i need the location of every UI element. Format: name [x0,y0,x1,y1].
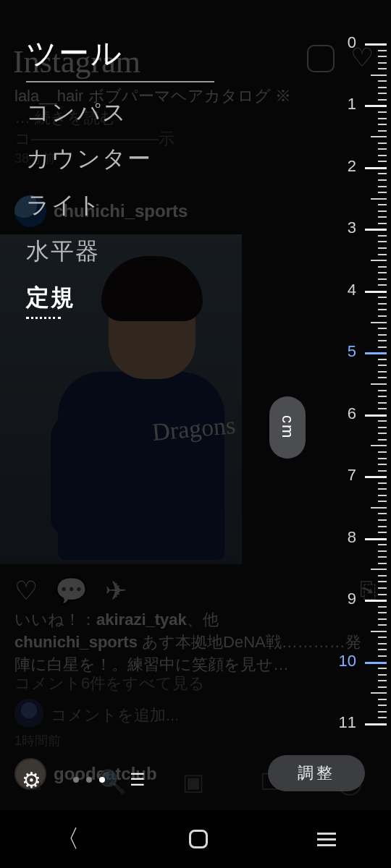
ruler-tick-minor [378,581,387,582]
tools-bottom-bar: ⚙ ☰ [0,760,391,800]
ruler-tick-minor [371,507,387,509]
ruler-tick-minor [378,266,387,268]
ruler-tick-minor [378,594,387,595]
ruler-tick-minor [378,334,387,336]
ruler-tick-minor [378,587,387,589]
tool-counter[interactable]: カウンター [26,143,152,175]
ruler-tick-major: 9 [365,600,387,602]
ruler-tick-minor [371,692,387,694]
system-nav-bar: 〈 [0,810,391,868]
ruler-tick-minor [378,680,387,681]
unit-toggle-chip[interactable]: cm [269,396,306,459]
ruler-tick-major: 10 [365,662,387,664]
ruler-label: 1 [348,95,356,114]
ruler-label: 0 [348,33,356,52]
ruler-tick-minor [371,136,387,137]
ruler-tick-minor [378,501,387,502]
ruler-tick-minor [378,464,387,465]
ruler-tick-minor [378,186,387,187]
ruler-tick-minor [378,111,387,113]
list-icon[interactable]: ☰ [130,770,146,790]
ruler-tick-minor [378,241,387,242]
ruler-tick-major: 8 [365,538,387,540]
ruler-tick-minor [378,519,387,521]
ruler-tick-minor [378,550,387,552]
ruler-tick-minor [378,309,387,310]
ruler-tick-minor [378,50,387,51]
page-dot[interactable] [86,777,92,783]
ruler-tick-minor [378,118,387,119]
ruler-label: 7 [348,466,356,485]
ruler-tick-minor [378,68,387,69]
ruler-label: 11 [339,713,356,732]
ruler-tick-minor [378,235,387,237]
tool-compass[interactable]: コンパス [26,97,152,129]
ruler-tick-major: 4 [365,291,387,293]
ruler-tick-minor [378,637,387,638]
ruler-tick-minor [378,705,387,706]
ruler-label: 4 [348,281,356,299]
ruler-tick-minor [371,383,387,385]
settings-gear-icon[interactable]: ⚙ [22,767,41,793]
ruler-tick-minor [378,668,387,669]
ruler-tick-minor [378,340,387,341]
ruler-tick-minor [378,377,387,378]
ruler-label: 8 [348,528,356,547]
ruler-tick-major: 11 [365,723,387,726]
page-dot[interactable] [73,777,79,783]
tool-light[interactable]: ライト [26,190,152,221]
ruler-tick-minor [378,192,387,193]
ruler-tick-minor [378,328,387,329]
ruler-tick-minor [378,223,387,224]
ruler-tick-minor [378,717,387,718]
ruler-tick-minor [378,161,387,162]
ruler-tick-minor [378,495,387,496]
ruler-tick-minor [378,458,387,459]
ruler-tick-minor [378,532,387,533]
ruler-tick-minor [378,278,387,280]
ruler-tick-minor [378,643,387,644]
ruler-label: 3 [348,218,356,237]
nav-home-icon[interactable] [189,830,208,848]
ruler-tick-minor [378,56,387,57]
ruler-tick-minor [378,439,387,441]
ruler-tick-minor [378,365,387,366]
ruler-tick-minor [371,75,387,76]
nav-back-icon[interactable]: 〈 [55,822,80,856]
ruler-tick-minor [378,359,387,360]
ruler-tick-minor [378,210,387,212]
ruler-tick-minor [371,260,387,261]
ruler-tick-minor [378,408,387,409]
ruler-tick-minor [378,396,387,397]
ruler-tick-minor [378,216,387,218]
ruler-tick-minor [378,272,387,273]
ruler-tick-minor [378,204,387,205]
ruler-tick-minor [378,284,387,286]
ruler-tick-minor [378,62,387,64]
ruler-tick-minor [378,575,387,576]
ruler-tick-minor [378,513,387,514]
ruler-tick-minor [378,526,387,527]
ruler-scale[interactable]: 01234567891011 [326,43,391,723]
ruler-tick-minor [378,93,387,94]
ruler-tick-minor [378,346,387,348]
ruler-tick-minor [378,247,387,249]
ruler-tick-minor [378,624,387,626]
nav-recents-icon[interactable] [317,833,336,846]
ruler-tick-minor [378,254,387,255]
ruler-tick-minor [378,563,387,564]
ruler-tick-minor [378,612,387,613]
ruler-tick-minor [371,445,387,446]
page-dot[interactable] [99,777,105,783]
ruler-tick-minor [378,711,387,712]
ruler-tick-major: 2 [365,167,387,169]
tool-level[interactable]: 水平器 [26,236,152,268]
ruler-tick-minor [371,198,387,200]
ruler-tick-minor [371,569,387,570]
page-dots[interactable] [73,777,105,783]
ruler-label: 5 [348,342,356,361]
ruler-label: 9 [348,590,356,608]
tool-ruler[interactable]: 定規 [26,282,152,319]
ruler-label: 6 [348,404,356,423]
ruler-label: 10 [339,652,356,671]
